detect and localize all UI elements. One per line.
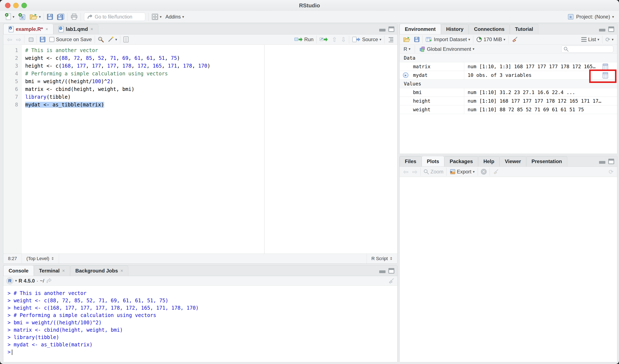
save-all-button[interactable] — [55, 12, 66, 21]
console-prompt-line[interactable]: > — [8, 349, 397, 356]
source-on-save-checkbox[interactable]: Source on Save — [47, 35, 94, 44]
compile-report-button[interactable] — [121, 35, 131, 44]
minimize-pane-icon[interactable] — [599, 161, 605, 164]
tab-viewer[interactable]: Viewer — [500, 156, 526, 167]
goto-file-function-input[interactable]: Go to file/function — [84, 13, 145, 21]
new-file-button[interactable]: ▾ — [3, 12, 16, 21]
clear-all-plots-button[interactable] — [491, 167, 501, 176]
pane-layout-button[interactable]: ▾ — [150, 12, 164, 21]
code-line[interactable]: weight <- c(88, 72, 85, 52, 71, 69, 61, … — [22, 54, 397, 62]
memory-usage-button[interactable]: 170 MiB ▾ — [474, 35, 507, 44]
open-file-button[interactable]: ▾ — [28, 12, 43, 21]
environment-scope-selector[interactable]: Global Environment ▾ — [417, 44, 476, 54]
next-plot-button[interactable]: ⇨ — [410, 167, 419, 176]
close-tab-icon[interactable]: × — [45, 27, 48, 32]
packages-tab-label: Packages — [450, 158, 473, 164]
view-data-grid-icon[interactable] — [602, 63, 609, 70]
r-version-caret-icon[interactable]: ▾ — [15, 279, 17, 282]
tab-background-jobs[interactable]: Background Jobs× — [70, 266, 128, 276]
expand-icon[interactable]: ▸ — [403, 72, 408, 78]
export-image-icon — [450, 169, 455, 174]
maximize-pane-icon[interactable] — [608, 159, 614, 164]
language-selector[interactable]: R ▾ — [402, 44, 412, 54]
tab-terminal[interactable]: Terminal× — [34, 266, 70, 276]
env-row[interactable]: matrixnum [1:10, 1:3] 168 177 177 177 17… — [400, 62, 617, 71]
code-line[interactable]: matrix <- cbind(height, weight, bmi) — [22, 85, 397, 93]
run-button[interactable]: Run — [293, 35, 315, 44]
code-tools-button[interactable]: ▾ — [106, 35, 119, 44]
maximize-pane-icon[interactable] — [608, 27, 614, 32]
export-plot-button[interactable]: Export ▾ — [448, 167, 477, 176]
code-line[interactable]: # This is another vector — [22, 47, 397, 54]
tab-tutorial[interactable]: Tutorial — [510, 24, 538, 34]
filetype-selector[interactable]: R Script⇕ — [367, 254, 397, 264]
new-project-button[interactable]: R — [16, 12, 28, 21]
addins-button[interactable]: Addins ▾ — [164, 12, 186, 21]
open-in-new-window-button[interactable] — [25, 35, 35, 44]
tab-connections[interactable]: Connections — [469, 24, 510, 34]
tab-packages[interactable]: Packages — [444, 156, 478, 167]
toolbar-separator — [415, 45, 415, 53]
minimize-pane-icon[interactable] — [379, 270, 385, 273]
minimize-pane-icon[interactable] — [379, 29, 385, 31]
refresh-environment-button[interactable]: ⟳ ▾ — [604, 35, 615, 44]
scope-selector[interactable]: (Top Level)⇕ — [22, 254, 59, 264]
project-selector[interactable]: R Project: (None) ▾ — [567, 14, 616, 20]
source-button[interactable]: Source ▾ — [350, 35, 383, 44]
save-workspace-button[interactable] — [412, 35, 422, 44]
source-next-chunk-button[interactable]: ⇩ — [339, 35, 348, 44]
environment-pane: Environment History Connections Tutorial… — [399, 24, 617, 154]
source-caret-icon: ▾ — [380, 38, 381, 41]
close-tab-icon[interactable]: × — [62, 268, 65, 274]
open-folder-icon — [403, 37, 410, 42]
tab-console[interactable]: Console — [3, 265, 34, 276]
env-row[interactable]: heightnum [1:10] 168 177 177 177 178 172… — [400, 97, 617, 105]
maximize-pane-icon[interactable] — [388, 27, 394, 32]
list-view-button[interactable]: List ▾ — [579, 35, 601, 44]
console-output[interactable]: > # This is another vector> weight <- c(… — [3, 286, 397, 362]
code-line[interactable]: library(tibble) — [22, 93, 397, 101]
env-row[interactable]: ▸mydat10 obs. of 3 variables — [400, 71, 617, 80]
save-button[interactable] — [45, 12, 55, 21]
clear-environment-button[interactable] — [510, 35, 520, 44]
clear-console-broom-icon[interactable] — [388, 278, 394, 284]
source-prev-chunk-button[interactable]: ⇧ — [330, 35, 339, 44]
print-button[interactable] — [69, 12, 80, 21]
code-editor[interactable]: 12345678 # This is another vectorweight … — [3, 45, 397, 253]
tab-example-r[interactable]: R example.R* × — [3, 24, 53, 34]
save-file-button[interactable] — [38, 35, 47, 44]
code-line[interactable]: # Performing a simple calculation using … — [22, 70, 397, 78]
close-tab-icon[interactable]: × — [90, 27, 93, 32]
find-replace-button[interactable] — [96, 35, 106, 44]
r-logo-icon[interactable]: R — [6, 277, 14, 284]
code-line[interactable]: height <- c(168, 177, 177, 177, 178, 172… — [22, 62, 397, 70]
tab-help[interactable]: Help — [478, 156, 500, 167]
minimize-pane-icon[interactable] — [599, 29, 605, 31]
code-line[interactable]: bmi = weight/((height/100)^2) — [22, 78, 397, 85]
code-line[interactable]: mydat <- as_tibble(matrix) — [22, 101, 397, 109]
remove-plot-button[interactable]: ✕ — [479, 167, 489, 176]
load-workspace-button[interactable] — [401, 35, 412, 44]
rerun-button[interactable] — [318, 35, 330, 44]
tab-plots[interactable]: Plots — [422, 156, 445, 167]
project-label: Project: (None) — [576, 14, 610, 20]
tab-presentation[interactable]: Presentation — [526, 156, 567, 167]
tab-files[interactable]: Files — [400, 156, 422, 167]
tab-history[interactable]: History — [441, 24, 469, 34]
back-button[interactable]: ⇦ — [5, 35, 14, 44]
forward-button[interactable]: ⇨ — [14, 35, 23, 44]
tab-lab1-qmd[interactable]: lab1.qmd × — [53, 24, 98, 34]
close-tab-icon[interactable]: × — [121, 268, 123, 274]
goto-directory-icon[interactable] — [46, 278, 51, 283]
maximize-pane-icon[interactable] — [388, 268, 394, 274]
import-dataset-button[interactable]: Import Dataset ▾ — [424, 35, 472, 44]
document-outline-button[interactable] — [385, 35, 395, 44]
back-arrow-icon: ⇦ — [7, 36, 12, 43]
env-row[interactable]: weightnum [1:10] 88 72 85 52 71 69 61 61… — [400, 105, 617, 114]
tab-environment[interactable]: Environment — [400, 24, 441, 34]
zoom-plot-button[interactable]: Zoom — [422, 167, 445, 176]
previous-plot-button[interactable]: ⇦ — [401, 167, 410, 176]
refresh-plots-button[interactable]: ⟳ — [607, 167, 615, 176]
environment-search-input[interactable] — [561, 45, 613, 53]
env-row[interactable]: bminum [1:10] 31.2 23 27.1 16.6 22.4 ... — [400, 88, 617, 97]
